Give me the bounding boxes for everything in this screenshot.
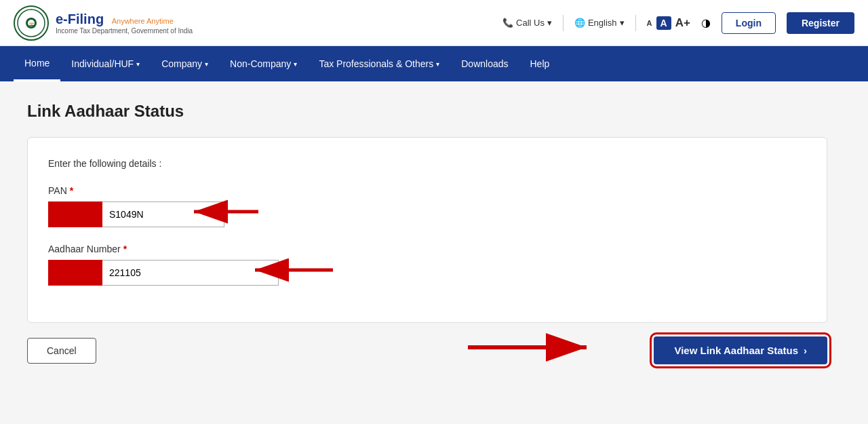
aadhaar-redacted — [48, 260, 102, 286]
emblem-icon: 🇮🇳 — [14, 5, 49, 41]
pan-label: PAN * — [48, 185, 806, 196]
chevron-down-icon: ▾ — [136, 60, 140, 68]
contrast-button[interactable]: ◑ — [701, 16, 711, 29]
chevron-down-icon: ▾ — [620, 18, 625, 28]
main-content: Link Aadhaar Status Enter the following … — [0, 81, 868, 391]
svg-text:🇮🇳: 🇮🇳 — [29, 22, 35, 27]
aadhaar-input-wrapper — [48, 260, 806, 286]
chevron-right-icon: › — [804, 345, 807, 356]
aadhaar-form-group: Aadhaar Number * — [48, 244, 806, 286]
chevron-down-icon: ▾ — [436, 60, 439, 68]
header: 🇮🇳 e-Filing Anywhere Anytime Income Tax … — [0, 0, 868, 46]
nav-company[interactable]: Company ▾ — [151, 46, 219, 81]
cancel-button[interactable]: Cancel — [27, 338, 96, 364]
language-selector[interactable]: 🌐 English ▾ — [574, 18, 625, 28]
font-large-button[interactable]: A+ — [675, 16, 690, 30]
pan-input[interactable] — [102, 201, 224, 227]
login-button[interactable]: Login — [722, 12, 776, 34]
aadhaar-required: * — [123, 244, 127, 254]
chevron-down-icon: ▾ — [294, 60, 297, 68]
form-footer: Cancel View Link Aadhaar Status › — [27, 323, 827, 371]
divider-1 — [563, 15, 564, 31]
font-small-button[interactable]: A — [647, 19, 652, 27]
font-medium-button[interactable]: A — [656, 16, 671, 30]
nav-home[interactable]: Home — [14, 46, 60, 81]
nav-downloads[interactable]: Downloads — [450, 46, 519, 81]
logo-brand: e-Filing Anywhere Anytime — [56, 12, 193, 27]
call-us-button[interactable]: 📞 Call Us ▾ — [502, 18, 552, 28]
register-button[interactable]: Register — [787, 12, 854, 34]
header-right: 📞 Call Us ▾ 🌐 English ▾ A A A+ ◑ Login R… — [502, 12, 854, 34]
nav-individual-huf[interactable]: Individual/HUF ▾ — [60, 46, 151, 81]
form-instruction: Enter the following details : — [48, 158, 806, 169]
chevron-down-icon: ▾ — [547, 18, 552, 28]
pan-input-wrapper — [48, 201, 806, 227]
pan-redacted — [48, 201, 102, 227]
navbar: Home Individual/HUF ▾ Company ▾ Non-Comp… — [0, 46, 868, 81]
aadhaar-label: Aadhaar Number * — [48, 244, 806, 254]
chevron-down-icon: ▾ — [205, 60, 208, 68]
nav-non-company[interactable]: Non-Company ▾ — [219, 46, 308, 81]
logo-text: e-Filing Anywhere Anytime Income Tax Dep… — [56, 12, 193, 35]
globe-icon: 🌐 — [574, 18, 585, 28]
logo-sub: Income Tax Department, Government of Ind… — [56, 27, 193, 35]
aadhaar-input[interactable] — [102, 260, 279, 286]
form-card: Enter the following details : PAN * — [27, 137, 827, 323]
divider-2 — [635, 15, 636, 31]
phone-icon: 📞 — [502, 18, 513, 28]
font-controls: A A A+ — [647, 16, 690, 30]
nav-help[interactable]: Help — [519, 46, 561, 81]
view-link-aadhaar-status-button[interactable]: View Link Aadhaar Status › — [654, 336, 827, 364]
pan-form-group: PAN * — [48, 185, 806, 227]
submit-arrow-annotation — [461, 330, 597, 364]
logo-area: 🇮🇳 e-Filing Anywhere Anytime Income Tax … — [14, 5, 193, 41]
page-title: Link Aadhaar Status — [27, 102, 841, 121]
nav-tax-professionals[interactable]: Tax Professionals & Others ▾ — [308, 46, 450, 81]
pan-required: * — [70, 185, 73, 196]
